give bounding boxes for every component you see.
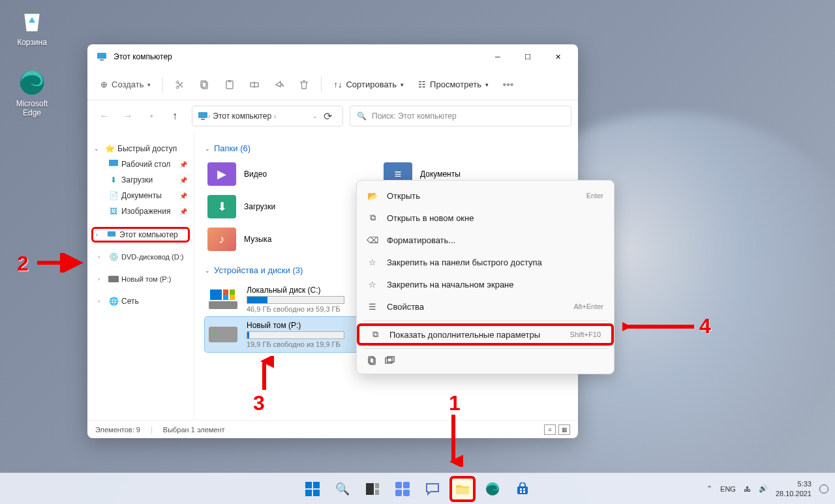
search-icon: 🔍 xyxy=(357,111,367,121)
details-view-button[interactable]: ≡ xyxy=(544,424,556,435)
svg-rect-33 xyxy=(313,482,320,488)
ctx-pin-quick-access[interactable]: ☆Закрепить на панели быстрого доступа xyxy=(357,251,614,273)
drive-icon xyxy=(108,274,119,284)
refresh-button[interactable]: ⟳ xyxy=(318,110,337,123)
share-button[interactable] xyxy=(267,73,291,96)
sidebar-volume[interactable]: ›Новый том (P:) xyxy=(91,271,190,287)
start-button[interactable] xyxy=(299,476,326,502)
ctx-open-new-window[interactable]: ⧉Открыть в новом окне xyxy=(357,207,614,229)
drive-p[interactable]: Новый том (P:) 19,9 ГБ свободно из 19,9 … xyxy=(205,317,361,352)
ctx-pin-start[interactable]: ☆Закрепить на начальном экране xyxy=(357,273,614,295)
pin-icon: 📌 xyxy=(179,161,187,168)
sidebar-downloads[interactable]: ⬇Загрузки📌 xyxy=(91,172,190,188)
minimize-button[interactable]: ─ xyxy=(483,46,513,67)
svg-rect-43 xyxy=(456,488,469,494)
svg-rect-20 xyxy=(223,295,228,300)
recycle-bin-icon xyxy=(18,8,46,35)
delete-button[interactable] xyxy=(292,73,316,96)
pin-icon: 📌 xyxy=(179,208,187,215)
tray-chevron-up-icon[interactable]: ⌃ xyxy=(706,484,712,493)
ctx-show-more-options[interactable]: ⧉Показать дополнительные параметрыShift+… xyxy=(357,323,614,346)
new-window-icon[interactable] xyxy=(384,355,395,366)
sidebar-quick-access[interactable]: ⌄⭐Быстрый доступ xyxy=(91,141,190,156)
ctx-properties[interactable]: ☰СвойстваAlt+Enter xyxy=(357,295,614,318)
svg-rect-16 xyxy=(209,301,237,309)
desktop-icon-edge[interactable]: Microsoft Edge xyxy=(9,69,55,117)
folder-open-icon: 📂 xyxy=(367,190,378,201)
paste-button[interactable] xyxy=(218,73,241,96)
svg-rect-26 xyxy=(386,358,392,363)
status-selected: Выбран 1 элемент xyxy=(163,426,225,434)
desktop-icon-recycle[interactable]: Корзина xyxy=(9,8,55,47)
chevron-down-icon[interactable]: ⌄ xyxy=(312,113,318,119)
more-options-icon: ⧉ xyxy=(370,329,380,340)
search-input[interactable]: 🔍 Поиск: Этот компьютер xyxy=(350,106,571,126)
svg-rect-15 xyxy=(108,276,119,282)
folder-downloads[interactable]: ⬇Загрузки xyxy=(205,192,361,221)
up-button[interactable]: ↑ xyxy=(164,106,185,126)
sidebar-desktop[interactable]: Рабочий стол📌 xyxy=(91,156,190,172)
svg-rect-47 xyxy=(523,488,525,490)
download-icon: ⬇ xyxy=(108,175,119,185)
svg-rect-2 xyxy=(100,59,104,61)
ctx-open[interactable]: 📂ОткрытьEnter xyxy=(357,185,614,207)
rename-button[interactable] xyxy=(243,73,266,96)
tray-network-icon[interactable]: 🖧 xyxy=(744,485,751,493)
breadcrumb[interactable]: Этот компьютер xyxy=(210,111,274,121)
chat-button[interactable] xyxy=(419,476,446,502)
sidebar-network[interactable]: ›🌐Сеть xyxy=(91,293,190,309)
create-button[interactable]: ⊕ Создать ▾ xyxy=(94,77,157,92)
widgets-button[interactable] xyxy=(389,476,416,502)
maximize-button[interactable]: ☐ xyxy=(513,46,543,67)
tray-notifications-icon[interactable] xyxy=(819,484,828,494)
copy-button[interactable] xyxy=(193,73,217,96)
tray-language[interactable]: ENG xyxy=(720,485,736,493)
toolbar: ⊕ Создать ▾ ↑↓ Сортировать ▾ ☷ Просмотре… xyxy=(87,69,578,100)
view-button[interactable]: ☷ Просмотреть ▾ xyxy=(412,76,495,93)
cut-button[interactable] xyxy=(168,73,192,96)
close-button[interactable]: ✕ xyxy=(543,46,573,67)
icons-view-button[interactable]: ▦ xyxy=(558,424,570,435)
properties-icon: ☰ xyxy=(367,301,378,312)
folder-music[interactable]: ♪Музыка xyxy=(205,225,361,254)
desktop-icon-label: Корзина xyxy=(9,38,55,47)
chevron-down-icon[interactable]: ▾ xyxy=(141,106,162,126)
edge-button[interactable] xyxy=(479,476,506,502)
folders-group-header[interactable]: ⌄Папки (6) xyxy=(205,143,568,153)
file-explorer-button[interactable] xyxy=(449,476,476,502)
sidebar-pictures[interactable]: 🖼Изображения📌 xyxy=(91,203,190,219)
annotation-number: 2 xyxy=(17,252,29,275)
back-button[interactable]: ← xyxy=(94,106,115,126)
svg-rect-41 xyxy=(395,490,402,496)
forward-button[interactable]: → xyxy=(117,106,138,126)
ctx-format[interactable]: ⌫Форматировать... xyxy=(357,229,614,251)
store-button[interactable] xyxy=(509,476,536,502)
svg-rect-49 xyxy=(523,491,525,493)
folder-videos[interactable]: ▶Видео xyxy=(205,160,361,188)
svg-rect-45 xyxy=(517,486,528,494)
copy-icon[interactable] xyxy=(367,355,378,366)
svg-rect-18 xyxy=(223,289,228,295)
window-new-icon: ⧉ xyxy=(367,213,378,223)
drive-c[interactable]: Локальный диск (C:) 46,9 ГБ свободно из … xyxy=(205,282,361,317)
sidebar-documents[interactable]: 📄Документы📌 xyxy=(91,188,190,203)
edge-icon xyxy=(18,69,46,96)
download-icon: ⬇ xyxy=(207,195,236,218)
address-bar[interactable]: › Этот компьютер › ⌄ ⟳ xyxy=(192,106,343,126)
sidebar-this-pc[interactable]: ›Этот компьютер xyxy=(91,227,190,243)
chevron-down-icon: ▾ xyxy=(147,82,151,88)
tray-clock[interactable]: 5:33 28.10.2021 xyxy=(776,479,812,498)
this-pc-icon xyxy=(97,52,107,62)
svg-rect-40 xyxy=(403,482,410,488)
more-button[interactable]: ••• xyxy=(496,73,520,96)
picture-icon: 🖼 xyxy=(108,206,119,216)
sort-button[interactable]: ↑↓ Сортировать ▾ xyxy=(327,76,410,93)
search-button[interactable]: 🔍 xyxy=(329,476,356,502)
network-icon: 🌐 xyxy=(108,296,119,306)
svg-rect-11 xyxy=(198,112,207,118)
search-icon: 🔍 xyxy=(335,482,350,496)
sidebar-dvd[interactable]: ›💿DVD-дисковод (D:) xyxy=(91,249,190,265)
tray-volume-icon[interactable]: 🔊 xyxy=(759,484,768,493)
window-title: Этот компьютер xyxy=(114,52,483,61)
task-view-button[interactable] xyxy=(359,476,386,502)
